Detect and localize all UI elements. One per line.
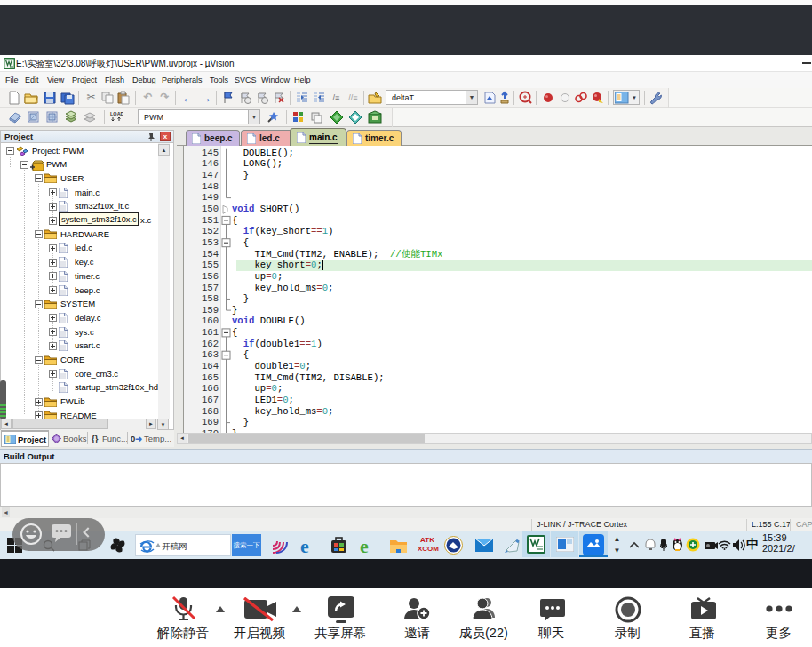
- svg-text:LOAD: LOAD: [110, 111, 123, 116]
